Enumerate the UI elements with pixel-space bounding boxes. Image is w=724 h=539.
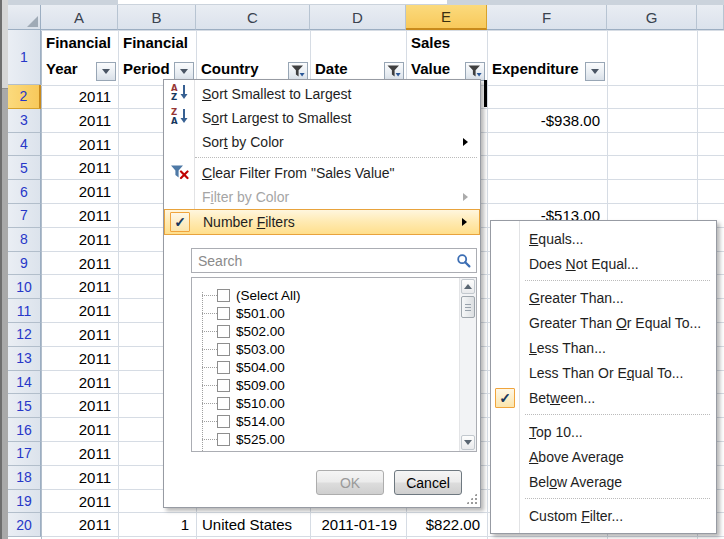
- cell-A13-financial-year[interactable]: 2011: [41, 347, 118, 371]
- cell-A19-financial-year[interactable]: 2011: [41, 490, 118, 514]
- menu-item-number-filters[interactable]: ✓Number Filters: [164, 209, 480, 235]
- row-header-20[interactable]: 20: [8, 513, 41, 537]
- cell-F3-expenditure[interactable]: -$938.00: [487, 109, 607, 133]
- header-expenditure[interactable]: Expenditure: [487, 30, 607, 85]
- column-header-B[interactable]: B: [118, 5, 196, 30]
- row-header-13[interactable]: 13: [8, 347, 41, 371]
- row-header-17[interactable]: 17: [8, 442, 41, 466]
- menu-item-equals[interactable]: Equals...: [491, 226, 716, 251]
- filter-value-item-503-00[interactable]: $503.00: [192, 340, 459, 358]
- row-header-5[interactable]: 5: [8, 156, 41, 180]
- cell-A7-financial-year[interactable]: 2011: [41, 204, 118, 228]
- header-sales-value[interactable]: Sales Value: [406, 30, 487, 85]
- scroll-down-button[interactable]: [461, 435, 475, 450]
- row-header-9[interactable]: 9: [8, 252, 41, 276]
- menu-item-sort-by-color[interactable]: Sort by Color: [164, 130, 480, 154]
- menu-item-above-average[interactable]: Above Average: [491, 444, 716, 469]
- cell-B20-financial-period[interactable]: 1: [118, 513, 196, 537]
- menu-item-sort-largest-to-smallest[interactable]: ZASort Largest to Smallest: [164, 106, 480, 130]
- row-header-2[interactable]: 2: [8, 85, 41, 109]
- menu-item-less-than[interactable]: Less Than...: [491, 335, 716, 360]
- cell-A14-financial-year[interactable]: 2011: [41, 371, 118, 395]
- column-header-partial[interactable]: [697, 5, 724, 30]
- header-country[interactable]: Country: [196, 30, 310, 85]
- row-header-4[interactable]: 4: [8, 133, 41, 157]
- filter-value-item-partial[interactable]: [192, 448, 459, 451]
- row-header-6[interactable]: 6: [8, 180, 41, 204]
- cell-A16-financial-year[interactable]: 2011: [41, 418, 118, 442]
- row-header-8[interactable]: 8: [8, 228, 41, 252]
- row-header-15[interactable]: 15: [8, 394, 41, 418]
- select-all-corner[interactable]: [8, 5, 41, 30]
- menu-item-less-than-or-equal-to[interactable]: Less Than Or Equal To...: [491, 360, 716, 385]
- filter-value-item-504-00[interactable]: $504.00: [192, 358, 459, 376]
- value-checkbox[interactable]: [217, 289, 230, 302]
- cell-D20-date[interactable]: 2011-01-19: [310, 513, 406, 537]
- cell-A4-financial-year[interactable]: 2011: [41, 133, 118, 157]
- column-header-D[interactable]: D: [310, 5, 406, 30]
- row-header-7[interactable]: 7: [8, 204, 41, 228]
- menu-item-greater-than[interactable]: Greater Than...: [491, 285, 716, 310]
- menu-item-does-not-equal[interactable]: Does Not Equal...: [491, 251, 716, 276]
- cell-A11-financial-year[interactable]: 2011: [41, 299, 118, 323]
- cell-A10-financial-year[interactable]: 2011: [41, 275, 118, 299]
- filter-value-item-502-00[interactable]: $502.00: [192, 322, 459, 340]
- column-header-G[interactable]: G: [607, 5, 697, 30]
- column-header-A[interactable]: A: [41, 5, 118, 30]
- column-header-E[interactable]: E: [406, 5, 487, 30]
- filter-button-A[interactable]: [96, 62, 116, 81]
- cell-A15-financial-year[interactable]: 2011: [41, 394, 118, 418]
- cell-A3-financial-year[interactable]: 2011: [41, 109, 118, 133]
- value-checkbox[interactable]: [217, 415, 230, 428]
- row-header-3[interactable]: 3: [8, 109, 41, 133]
- menu-item-top-10[interactable]: Top 10...: [491, 419, 716, 444]
- cell-C20-country[interactable]: United States: [196, 513, 310, 537]
- search-input[interactable]: [192, 249, 476, 272]
- filter-value-item-514-00[interactable]: $514.00: [192, 412, 459, 430]
- cell-A9-financial-year[interactable]: 2011: [41, 252, 118, 276]
- cancel-button[interactable]: Cancel: [394, 470, 462, 495]
- row-header-19[interactable]: 19: [8, 490, 41, 514]
- filter-value-item-501-00[interactable]: $501.00: [192, 304, 459, 322]
- row-header-11[interactable]: 11: [8, 299, 41, 323]
- row-header-16[interactable]: 16: [8, 418, 41, 442]
- filter-value-item-select-all[interactable]: (Select All): [192, 286, 459, 304]
- value-checkbox[interactable]: [217, 307, 230, 320]
- cell-A8-financial-year[interactable]: 2011: [41, 228, 118, 252]
- cell-E20-sales-value[interactable]: $822.00: [406, 513, 487, 537]
- menu-item-greater-than-or-equal-to[interactable]: Greater Than Or Equal To...: [491, 310, 716, 335]
- row-header-12[interactable]: 12: [8, 323, 41, 347]
- filter-value-item-510-00[interactable]: $510.00: [192, 394, 459, 412]
- filter-value-item-509-00[interactable]: $509.00: [192, 376, 459, 394]
- menu-item-sort-smallest-to-largest[interactable]: AZSort Smallest to Largest: [164, 82, 480, 106]
- filter-button-F[interactable]: [585, 62, 605, 81]
- cell-A5-financial-year[interactable]: 2011: [41, 156, 118, 180]
- header-financial-period[interactable]: Financial Period: [118, 30, 196, 85]
- menu-item-clear-filter-from-sales-value[interactable]: Clear Filter From "Sales Value": [164, 161, 480, 185]
- cell-A18-financial-year[interactable]: 2011: [41, 466, 118, 490]
- filter-value-item-525-00[interactable]: $525.00: [192, 430, 459, 448]
- scroll-thumb[interactable]: [461, 296, 475, 318]
- left-scrollbar[interactable]: [0, 0, 8, 539]
- row-header-14[interactable]: 14: [8, 371, 41, 395]
- header-financial-year[interactable]: Financial Year: [41, 30, 118, 85]
- column-header-F[interactable]: F: [487, 5, 607, 30]
- cell-A17-financial-year[interactable]: 2011: [41, 442, 118, 466]
- value-checkbox[interactable]: [217, 361, 230, 374]
- value-checkbox[interactable]: [217, 379, 230, 392]
- cell-A20-financial-year[interactable]: 2011: [41, 513, 118, 537]
- column-header-C[interactable]: C: [196, 5, 310, 30]
- value-checkbox[interactable]: [217, 433, 230, 446]
- menu-item-between[interactable]: ✓Between...: [491, 385, 716, 410]
- value-checkbox[interactable]: [217, 451, 230, 452]
- value-checkbox[interactable]: [217, 343, 230, 356]
- header-date[interactable]: Date: [310, 30, 406, 85]
- menu-item-below-average[interactable]: Below Average: [491, 469, 716, 494]
- cell-A2-financial-year[interactable]: 2011: [41, 85, 118, 109]
- value-checkbox[interactable]: [217, 397, 230, 410]
- cell-A12-financial-year[interactable]: 2011: [41, 323, 118, 347]
- cell-A6-financial-year[interactable]: 2011: [41, 180, 118, 204]
- menu-item-custom-filter[interactable]: Custom Filter...: [491, 503, 716, 528]
- list-scrollbar[interactable]: [459, 278, 476, 451]
- row-header-1[interactable]: 1: [8, 30, 41, 85]
